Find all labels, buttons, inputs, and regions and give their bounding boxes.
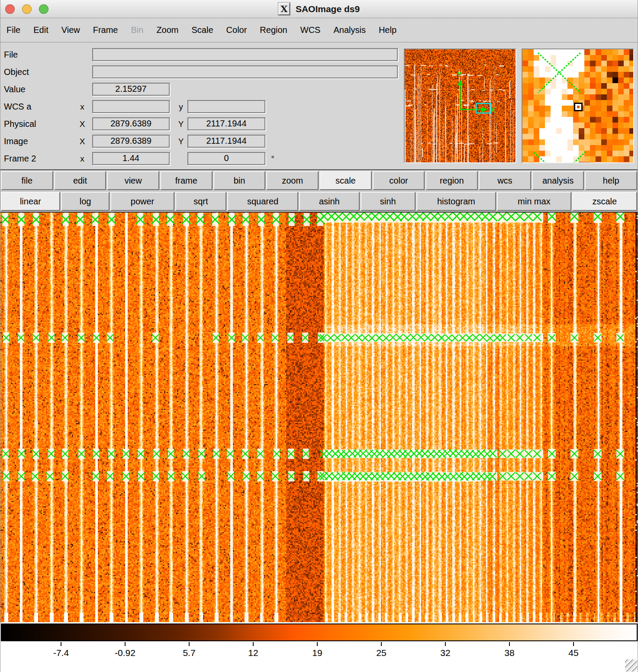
button-wcs[interactable]: wcs (479, 171, 531, 190)
colorbar-tick-label: 38 (504, 648, 514, 658)
toolbar-scale: linearlogpowersqrtsquaredasinhsinhhistog… (0, 191, 638, 213)
toolbar-main: fileeditviewframebinzoomscalecolorregion… (0, 169, 638, 191)
colorbar-tick (509, 642, 510, 646)
colorbar-tick (381, 642, 382, 646)
info-suffix-frame: ° (268, 152, 277, 165)
colorbar-tick (445, 642, 446, 646)
info-label-file: File (4, 48, 18, 61)
colorbar-tick-label: -0.92 (115, 648, 135, 658)
button-help[interactable]: help (585, 171, 637, 190)
button-frame[interactable]: frame (160, 171, 213, 190)
image-display[interactable] (0, 213, 638, 622)
ds9-window: X SAOImage ds9 FileEditViewFrameBinZoomS… (0, 0, 638, 672)
button-scale[interactable]: scale (319, 171, 372, 190)
info-field-file[interactable] (92, 48, 398, 61)
info-label-physical: Physical (4, 117, 36, 130)
menu-bin: Bin (131, 25, 144, 35)
button-zoom[interactable]: zoom (266, 171, 319, 190)
colorbar-tick-label: 12 (248, 648, 258, 658)
info-field-wcs-y[interactable] (187, 100, 265, 113)
info-label-value: Value (4, 83, 26, 96)
button-color[interactable]: color (373, 171, 425, 190)
magnifier[interactable] (522, 48, 634, 163)
info-panel: FileObjectValue2.15297WCS axyPhysicalX28… (0, 43, 638, 169)
colorbar-tick (125, 642, 126, 646)
colorbar-tick (253, 642, 254, 646)
info-key2-physical: Y (176, 117, 186, 130)
colorbar-tick (573, 642, 574, 646)
button-view[interactable]: view (107, 171, 159, 190)
colorbar-tick-label: 45 (568, 648, 578, 658)
button-squared[interactable]: squared (227, 192, 298, 211)
title-area: X SAOImage ds9 (0, 0, 638, 18)
info-field-object[interactable] (92, 65, 398, 78)
button-region[interactable]: region (425, 171, 478, 190)
colorbar-tick (317, 642, 318, 646)
button-log[interactable]: log (61, 192, 110, 211)
button-edit[interactable]: edit (54, 171, 106, 190)
panner-canvas[interactable] (405, 49, 516, 162)
info-key1-physical: X (77, 117, 87, 130)
info-key2-image: Y (176, 135, 186, 148)
info-key1-frame: x (77, 152, 87, 165)
titlebar: X SAOImage ds9 (0, 0, 638, 18)
colorbar-area: -7.4-0.925.7121925323845 (0, 622, 638, 672)
info-label-object: Object (4, 65, 29, 78)
button-linear[interactable]: linear (1, 192, 60, 211)
colorbar-tick-label: 19 (312, 648, 322, 658)
menu-help[interactable]: Help (379, 25, 396, 35)
button-file[interactable]: file (1, 171, 53, 190)
colorbar[interactable] (1, 624, 638, 641)
resize-grip[interactable] (625, 659, 637, 672)
info-field-frame-x[interactable]: 1.44 (92, 152, 170, 165)
colorbar-tick (61, 642, 61, 646)
info-field-image-x[interactable]: 2879.6389 (92, 135, 170, 148)
menu-view[interactable]: View (61, 25, 80, 35)
menu-frame[interactable]: Frame (93, 25, 118, 35)
button-zscale[interactable]: zscale (572, 192, 637, 211)
info-field-physical-x[interactable]: 2879.6389 (92, 117, 170, 130)
colorbar-tick-label: 32 (440, 648, 450, 658)
colorbar-tick-label: 5.7 (183, 648, 195, 658)
button-asinh[interactable]: asinh (299, 192, 360, 211)
info-key1-wcs: x (77, 100, 87, 113)
panner[interactable] (404, 48, 516, 163)
button-histogram[interactable]: histogram (416, 192, 496, 211)
button-min-max[interactable]: min max (497, 192, 571, 211)
info-label-image: Image (4, 135, 28, 148)
button-sqrt[interactable]: sqrt (175, 192, 226, 211)
x11-icon: X (278, 3, 290, 15)
window-title: SAOImage ds9 (296, 4, 360, 14)
info-key2-wcs: y (176, 100, 186, 113)
info-field-physical-y[interactable]: 2117.1944 (187, 117, 265, 130)
info-field-wcs-x[interactable] (92, 100, 170, 113)
menu-region[interactable]: Region (260, 25, 287, 35)
menubar: FileEditViewFrameBinZoomScaleColorRegion… (0, 18, 638, 42)
button-sinh[interactable]: sinh (361, 192, 416, 211)
button-power[interactable]: power (110, 192, 174, 211)
menu-file[interactable]: File (6, 25, 20, 35)
info-label-frame: Frame 2 (4, 152, 36, 165)
colorbar-tick-label: 25 (376, 648, 386, 658)
info-label-wcs: WCS a (4, 100, 31, 113)
button-bin[interactable]: bin (213, 171, 266, 190)
colorbar-tick-label: -7.4 (53, 648, 69, 658)
colorbar-tick (189, 642, 190, 646)
menu-zoom[interactable]: Zoom (156, 25, 178, 35)
button-analysis[interactable]: analysis (532, 171, 584, 190)
menu-wcs[interactable]: WCS (300, 25, 321, 35)
info-key1-image: X (77, 135, 87, 148)
info-field-value[interactable]: 2.15297 (92, 83, 170, 96)
info-field-frame-y[interactable]: 0 (187, 152, 265, 165)
menu-analysis[interactable]: Analysis (333, 25, 365, 35)
menu-color[interactable]: Color (226, 25, 247, 35)
menu-scale[interactable]: Scale (192, 25, 213, 35)
info-field-image-y[interactable]: 2117.1944 (187, 135, 265, 148)
menu-edit[interactable]: Edit (33, 25, 48, 35)
magnifier-canvas[interactable] (522, 49, 633, 162)
image-canvas[interactable] (0, 213, 638, 622)
